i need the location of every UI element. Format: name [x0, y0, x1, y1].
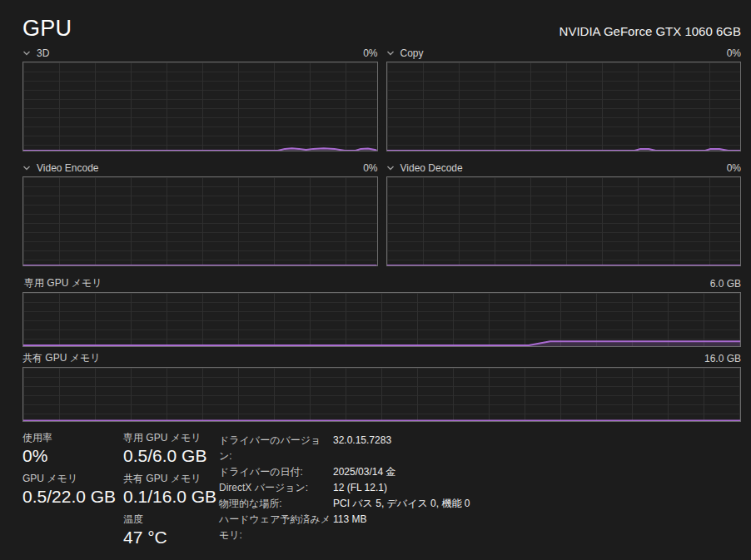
chart-canvas-3d[interactable]	[22, 62, 378, 151]
detail-value: PCI バス 5, デバイス 0, 機能 0	[333, 496, 470, 512]
chart-title-copy: Copy	[400, 47, 424, 59]
dedicated-memory-label: 専用 GPU メモリ	[123, 432, 219, 444]
detail-value: 32.0.15.7283	[333, 433, 391, 464]
chart-title-video-encode: Video Encode	[37, 162, 99, 174]
chevron-down-icon[interactable]	[22, 164, 34, 172]
detail-row-directx-version: DirectX バージョン: 12 (FL 12.1)	[219, 480, 741, 496]
chart-percent-video-decode: 0%	[727, 162, 741, 174]
detail-row-driver-version: ドライバーのバージョン: 32.0.15.7283	[219, 433, 741, 464]
chart-max-dedicated-memory: 6.0 GB	[710, 278, 741, 290]
detail-label: DirectX バージョン:	[219, 480, 333, 496]
chevron-down-icon[interactable]	[22, 49, 34, 57]
stats-column-2: 専用 GPU メモリ 0.5/6.0 GB 共有 GPU メモリ 0.1/16.…	[123, 432, 219, 548]
gpu-memory-label: GPU メモリ	[22, 473, 123, 485]
chart-header-video-decode: Video Decode 0%	[386, 161, 742, 175]
shared-memory-value: 0.1/16.0 GB	[123, 485, 219, 508]
detail-label: ドライバーの日付:	[219, 464, 333, 480]
pane-header: GPU NVIDIA GeForce GTX 1060 6GB	[22, 12, 741, 42]
chart-title-video-decode: Video Decode	[400, 162, 463, 174]
gpu-memory-value: 0.5/22.0 GB	[22, 485, 123, 508]
chart-canvas-shared-memory[interactable]	[22, 367, 741, 422]
chart-header-dedicated-memory: 専用 GPU メモリ 6.0 GB	[22, 276, 741, 290]
detail-value: 12 (FL 12.1)	[333, 480, 387, 496]
page-title: GPU	[22, 15, 72, 42]
chart-title-dedicated-memory: 専用 GPU メモリ	[24, 276, 102, 290]
chart-max-shared-memory: 16.0 GB	[704, 353, 741, 364]
stats-column-1: 使用率 0% GPU メモリ 0.5/22.0 GB	[22, 432, 123, 548]
chart-header-3d: 3D 0%	[22, 46, 378, 60]
chevron-down-icon[interactable]	[386, 49, 398, 57]
chart-row-2: Video Encode 0% Video Decode 0%	[22, 156, 741, 266]
detail-row-driver-date: ドライバーの日付: 2025/03/14 金	[219, 464, 741, 480]
chart-canvas-copy[interactable]	[386, 62, 742, 151]
temperature-label: 温度	[123, 513, 219, 526]
chart-header-video-encode: Video Encode 0%	[22, 161, 378, 175]
detail-label: ハードウェア予約済みメモリ:	[219, 512, 333, 543]
detail-value: 113 MB	[333, 512, 366, 543]
shared-memory-label: 共有 GPU メモリ	[123, 473, 219, 485]
stats-panel: 使用率 0% GPU メモリ 0.5/22.0 GB 専用 GPU メモリ 0.…	[22, 432, 741, 548]
gpu-performance-pane: GPU NVIDIA GeForce GTX 1060 6GB 3D 0% Co…	[0, 0, 751, 560]
chart-percent-copy: 0%	[727, 47, 741, 59]
dedicated-memory-value: 0.5/6.0 GB	[123, 444, 219, 467]
detail-label: ドライバーのバージョン:	[219, 433, 333, 464]
temperature-value: 47 °C	[123, 526, 219, 548]
chart-canvas-video-decode[interactable]	[386, 176, 742, 266]
utilization-value: 0%	[22, 444, 123, 467]
chart-canvas-video-encode[interactable]	[22, 176, 378, 266]
chevron-down-icon[interactable]	[386, 164, 398, 172]
chart-title-3d: 3D	[37, 47, 49, 59]
chart-row-1: 3D 0% Copy 0%	[22, 42, 741, 151]
chart-title-shared-memory: 共有 GPU メモリ	[22, 351, 101, 365]
detail-value: 2025/03/14 金	[333, 464, 395, 480]
chart-header-copy: Copy 0%	[386, 46, 742, 60]
utilization-label: 使用率	[22, 432, 123, 444]
chart-canvas-dedicated-memory[interactable]	[22, 292, 741, 347]
chart-header-shared-memory: 共有 GPU メモリ 16.0 GB	[22, 351, 741, 365]
gpu-device-name: NVIDIA GeForce GTX 1060 6GB	[560, 22, 741, 42]
detail-row-physical-location: 物理的な場所: PCI バス 5, デバイス 0, 機能 0	[219, 496, 741, 512]
chart-percent-video-encode: 0%	[363, 162, 377, 174]
detail-label: 物理的な場所:	[219, 496, 333, 512]
detail-row-hardware-reserved-memory: ハードウェア予約済みメモリ: 113 MB	[219, 512, 741, 543]
driver-details: ドライバーのバージョン: 32.0.15.7283 ドライバーの日付: 2025…	[219, 432, 741, 548]
chart-percent-3d: 0%	[363, 47, 377, 59]
